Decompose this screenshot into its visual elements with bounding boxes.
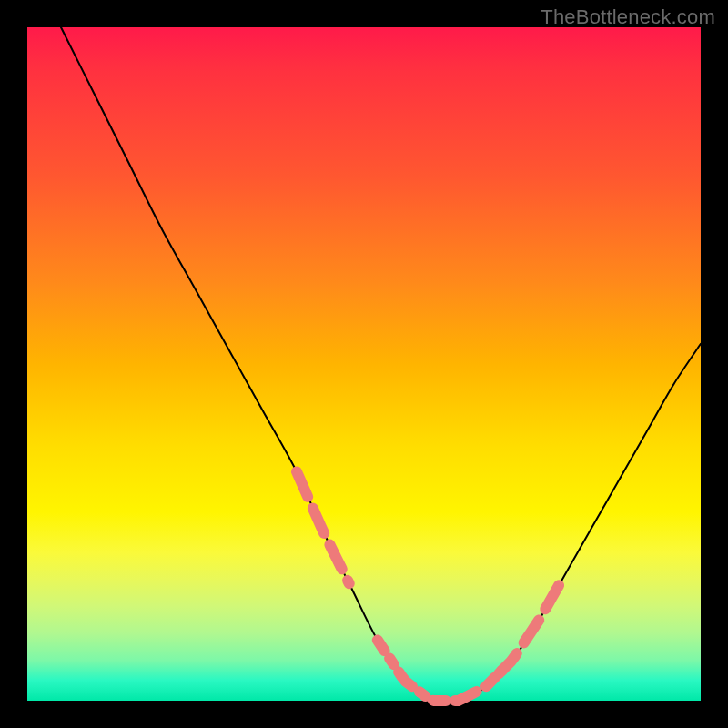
bottleneck-curve-line — [61, 27, 701, 703]
watermark-text: TheBottleneck.com — [541, 5, 715, 29]
highlight-dash-group — [297, 471, 560, 701]
curve-svg-layer — [27, 27, 701, 701]
highlight-dash-segment — [499, 584, 560, 673]
outer-frame: TheBottleneck.com — [0, 0, 728, 728]
highlight-dash-segment — [378, 640, 503, 701]
highlight-dash-segment — [297, 471, 349, 583]
